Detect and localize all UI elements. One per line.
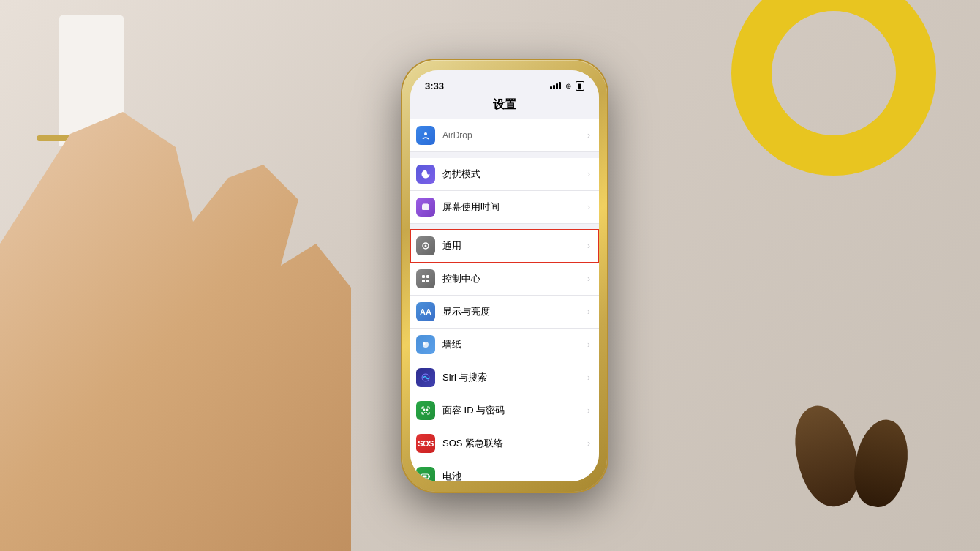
svg-point-11 (422, 374, 429, 381)
status-bar: 3:33 ⊛ ▮ (410, 70, 599, 94)
pine-cone-1 (785, 399, 868, 513)
svg-rect-1 (422, 204, 429, 210)
settings-list[interactable]: AirDrop › 勿扰模式 › (410, 119, 599, 481)
phone-screen: 3:33 ⊛ ▮ 设置 (410, 70, 599, 481)
do-not-disturb-label: 勿扰模式 (442, 168, 587, 181)
svg-rect-2 (423, 203, 428, 203)
settings-item-battery[interactable]: 电池 › (410, 460, 599, 481)
settings-item-control-center[interactable]: 控制中心 › (410, 263, 599, 296)
general-chevron: › (587, 241, 590, 251)
siri-chevron: › (587, 372, 590, 383)
group-separator-1 (410, 152, 599, 158)
control-center-label: 控制中心 (442, 272, 587, 285)
svg-point-0 (424, 132, 427, 135)
settings-header: 设置 (410, 94, 599, 119)
sos-icon: SOS (416, 434, 435, 453)
settings-title: 设置 (493, 98, 516, 110)
battery-chevron: › (587, 471, 590, 481)
battery-icon: ▮ (576, 81, 584, 91)
wallpaper-icon (416, 335, 435, 354)
settings-item-do-not-disturb[interactable]: 勿扰模式 › (410, 158, 599, 191)
status-icons: ⊛ ▮ (550, 81, 584, 91)
settings-item-screen-time[interactable]: 屏幕使用时间 › (410, 191, 599, 224)
control-center-chevron: › (587, 274, 590, 284)
settings-item-sos[interactable]: SOS SOS 紧急联络 › (410, 427, 599, 460)
phone-frame: 3:33 ⊛ ▮ 设置 (402, 60, 607, 492)
svg-point-9 (423, 342, 429, 348)
sos-label: SOS 紧急联络 (442, 437, 587, 450)
pine-decoration (687, 346, 943, 507)
face-id-chevron: › (587, 405, 590, 416)
battery-icon-item (416, 467, 435, 481)
display-label: 显示与亮度 (442, 305, 587, 318)
svg-rect-8 (426, 280, 429, 282)
sos-chevron: › (587, 438, 590, 449)
siri-label: Siri 与搜索 (442, 371, 587, 384)
settings-item-airdrop[interactable]: AirDrop › (410, 119, 599, 152)
display-icon: AA (416, 302, 435, 321)
settings-item-general[interactable]: 通用 › (410, 230, 599, 263)
screen-time-icon (416, 198, 435, 217)
settings-item-face-id[interactable]: 面容 ID 与密码 › (410, 394, 599, 427)
settings-item-wallpaper[interactable]: 墙纸 › (410, 329, 599, 361)
siri-icon (416, 368, 435, 387)
svg-rect-7 (422, 280, 425, 282)
wifi-icon: ⊛ (565, 82, 571, 90)
svg-point-13 (426, 409, 428, 411)
do-not-disturb-chevron: › (587, 169, 590, 179)
wallpaper-chevron: › (587, 340, 590, 350)
svg-point-12 (423, 409, 425, 411)
wallpaper-label: 墙纸 (442, 338, 587, 351)
airdrop-label: AirDrop (442, 130, 587, 140)
screen-time-label: 屏幕使用时间 (442, 200, 587, 214)
settings-item-siri[interactable]: Siri 与搜索 › (410, 361, 599, 394)
pine-cone-2 (848, 416, 914, 511)
screen-content: 3:33 ⊛ ▮ 设置 (410, 70, 599, 481)
general-label: 通用 (442, 239, 587, 252)
control-center-icon (416, 269, 435, 288)
airdrop-chevron: › (587, 130, 590, 140)
svg-rect-5 (422, 275, 425, 278)
group-separator-2 (410, 224, 599, 230)
screen-time-chevron: › (587, 202, 590, 212)
svg-point-4 (425, 244, 427, 247)
battery-label: 电池 (442, 470, 587, 481)
status-time: 3:33 (425, 80, 444, 91)
general-icon (416, 236, 435, 255)
svg-rect-16 (429, 475, 430, 477)
svg-point-10 (423, 342, 426, 345)
display-chevron: › (587, 307, 590, 317)
do-not-disturb-icon (416, 165, 435, 184)
settings-item-display[interactable]: AA 显示与亮度 › (410, 296, 599, 329)
svg-rect-6 (426, 275, 429, 278)
svg-rect-15 (423, 475, 427, 477)
signal-icon (550, 82, 561, 89)
face-id-icon (416, 401, 435, 420)
face-id-label: 面容 ID 与密码 (442, 404, 587, 417)
airdrop-icon (416, 126, 435, 145)
